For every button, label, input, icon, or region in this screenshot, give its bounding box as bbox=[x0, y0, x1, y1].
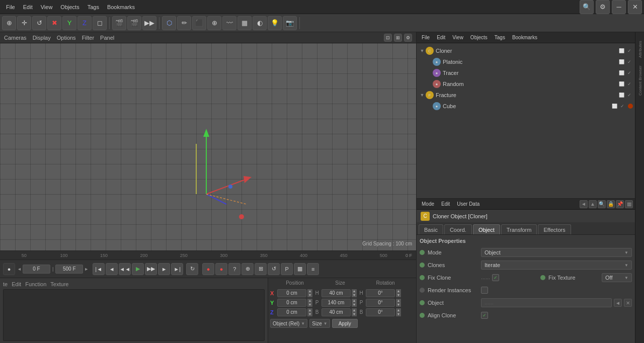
attr-pin-icon[interactable]: 📌 bbox=[616, 200, 624, 208]
size-z-spinner[interactable]: ▲ ▼ bbox=[352, 308, 357, 316]
size-y-spinner[interactable]: ▲ ▼ bbox=[352, 299, 357, 307]
attr-grid-icon[interactable]: ▦ bbox=[625, 200, 633, 208]
menu-bookmarks[interactable]: Bookmarks bbox=[103, 3, 139, 11]
tree-item-tracer[interactable]: ● Tracer ⬜ ✓ bbox=[417, 67, 635, 78]
tab-texture[interactable]: Texture bbox=[50, 281, 68, 287]
random-vis-icon[interactable]: ⬜ bbox=[618, 80, 625, 88]
attr-lock-icon[interactable]: 🔒 bbox=[607, 200, 615, 208]
menu-tags[interactable]: Tags bbox=[84, 3, 103, 11]
pos-z-input[interactable] bbox=[277, 308, 306, 316]
rot-h-down[interactable]: ▼ bbox=[396, 293, 401, 297]
pos-z-spinner[interactable]: ▲ ▼ bbox=[307, 308, 312, 316]
tool-record[interactable]: 🎬 bbox=[112, 16, 126, 30]
tool-rotate[interactable]: ↺ bbox=[32, 16, 46, 30]
size-x-input[interactable] bbox=[321, 289, 351, 297]
rot-b-spinner[interactable]: ▲ ▼ bbox=[396, 308, 401, 316]
rot-b-input[interactable] bbox=[366, 308, 395, 316]
pos-y-input[interactable] bbox=[277, 299, 306, 307]
transport-dot[interactable]: ● bbox=[3, 263, 15, 275]
cube-vis-icon[interactable]: ⬜ bbox=[611, 103, 618, 110]
scene-menu-objects[interactable]: Objects bbox=[467, 34, 491, 41]
pos-x-input[interactable] bbox=[277, 289, 306, 297]
record-btn[interactable]: ● bbox=[202, 263, 214, 275]
random-check-icon[interactable]: ✓ bbox=[626, 80, 633, 88]
tab-transform[interactable]: Transform bbox=[501, 224, 537, 234]
viewport-display[interactable]: Display bbox=[33, 35, 51, 41]
next-key-btn[interactable]: ▶▶ bbox=[145, 263, 157, 275]
tracer-vis-icon[interactable]: ⬜ bbox=[618, 69, 625, 76]
minimize-icon[interactable]: ─ bbox=[612, 0, 626, 14]
render-instances-checkbox[interactable] bbox=[481, 287, 488, 294]
scene-menu-bookmarks[interactable]: Bookmarks bbox=[509, 34, 540, 41]
play-btn[interactable]: ▶ bbox=[132, 263, 144, 275]
tab-basic[interactable]: Basic bbox=[419, 224, 443, 234]
rot-b-down[interactable]: ▼ bbox=[396, 312, 401, 316]
rot-h-up[interactable]: ▲ bbox=[396, 289, 401, 293]
object-rel-dropdown[interactable]: Object (Rel) ▼ bbox=[270, 319, 307, 328]
scene-menu-file[interactable]: File bbox=[419, 34, 433, 41]
tool-add[interactable]: ⊕ bbox=[207, 16, 221, 30]
rot-p-input[interactable] bbox=[366, 299, 395, 307]
prev-frame-btn[interactable]: ◄ bbox=[106, 263, 118, 275]
object-value[interactable]: …… bbox=[481, 298, 612, 307]
tree-item-cube[interactable]: ● Cube ⬜ ✓ bbox=[417, 101, 635, 112]
pos-z-up[interactable]: ▲ bbox=[307, 308, 312, 312]
side-attributes[interactable]: Attributes bbox=[636, 34, 643, 64]
rot-b-up[interactable]: ▲ bbox=[396, 308, 401, 312]
search-icon[interactable]: 🔍 bbox=[580, 0, 594, 14]
rot-h-input[interactable] bbox=[366, 289, 395, 297]
attr-menu-mode[interactable]: Mode bbox=[419, 200, 437, 208]
tracer-toggle[interactable] bbox=[426, 69, 433, 76]
size-dropdown[interactable]: Size ▼ bbox=[309, 319, 330, 328]
tree-item-random[interactable]: ● Random ⬜ ✓ bbox=[417, 78, 635, 90]
tool-move[interactable]: ⊕ bbox=[2, 16, 16, 30]
cube-toggle[interactable] bbox=[426, 103, 433, 110]
clones-dropdown[interactable]: Iterate ▼ bbox=[481, 261, 632, 270]
mode-dropdown[interactable]: Object ▼ bbox=[481, 248, 632, 257]
cube-check-icon[interactable]: ✓ bbox=[619, 103, 626, 110]
scene-menu-tags[interactable]: Tags bbox=[492, 34, 508, 41]
platonic-vis-icon[interactable]: ⬜ bbox=[618, 58, 625, 65]
next-frame-btn[interactable]: ► bbox=[158, 263, 170, 275]
tool-scale[interactable]: ✛ bbox=[17, 16, 31, 30]
rot-p-up[interactable]: ▲ bbox=[396, 299, 401, 303]
size-z-input[interactable] bbox=[321, 308, 351, 316]
tree-item-platonic[interactable]: ● Platonic ⬜ ✓ bbox=[417, 56, 635, 67]
size-z-up[interactable]: ▲ bbox=[352, 308, 357, 312]
size-x-up[interactable]: ▲ bbox=[352, 289, 357, 293]
tool-x[interactable]: ✖ bbox=[47, 16, 61, 30]
loop-btn[interactable]: ↻ bbox=[186, 263, 198, 275]
key1-btn[interactable]: ⊕ bbox=[242, 263, 254, 275]
attr-up-icon[interactable]: ▲ bbox=[589, 200, 597, 208]
pos-y-spinner[interactable]: ▲ ▼ bbox=[307, 299, 312, 307]
pos-y-up[interactable]: ▲ bbox=[307, 299, 312, 303]
viewport-maximize-icon[interactable]: ⊡ bbox=[384, 34, 392, 42]
pos-y-down[interactable]: ▼ bbox=[307, 303, 312, 307]
rot-h-spinner[interactable]: ▲ ▼ bbox=[396, 289, 401, 297]
tab-object[interactable]: Object bbox=[473, 224, 500, 234]
tool-z[interactable]: Z bbox=[77, 16, 92, 30]
attr-back-icon[interactable]: ◄ bbox=[580, 200, 588, 208]
size-x-down[interactable]: ▼ bbox=[352, 293, 357, 297]
tracer-check-icon[interactable]: ✓ bbox=[626, 69, 633, 76]
tab-function[interactable]: Function bbox=[25, 281, 46, 287]
tool-camera[interactable]: 📷 bbox=[283, 16, 297, 30]
cloner-check-icon[interactable]: ✓ bbox=[626, 47, 633, 54]
size-y-input[interactable] bbox=[321, 299, 351, 307]
size-z-down[interactable]: ▼ bbox=[352, 312, 357, 316]
random-toggle[interactable] bbox=[426, 80, 433, 88]
tree-item-cloner[interactable]: ▼ C Cloner ⬜ ✓ bbox=[417, 45, 635, 56]
rot-p-down[interactable]: ▼ bbox=[396, 303, 401, 307]
attr-menu-edit[interactable]: Edit bbox=[438, 200, 453, 208]
viewport-panel[interactable]: Panel bbox=[100, 35, 114, 41]
snap-btn[interactable]: P bbox=[281, 263, 293, 275]
tool-grid[interactable]: ▦ bbox=[237, 16, 252, 30]
size-x-spinner[interactable]: ▲ ▼ bbox=[352, 289, 357, 297]
side-content-browser[interactable]: Content Browser bbox=[636, 65, 643, 96]
timeline-btn[interactable]: ≡ bbox=[307, 263, 319, 275]
pos-x-spinner[interactable]: ▲ ▼ bbox=[307, 289, 312, 297]
tool-light[interactable]: 💡 bbox=[268, 16, 282, 30]
viewport-settings-icon[interactable]: ⚙ bbox=[404, 34, 412, 42]
viewport-cameras[interactable]: Cameras bbox=[4, 35, 27, 41]
scene-menu-edit[interactable]: Edit bbox=[434, 34, 448, 41]
